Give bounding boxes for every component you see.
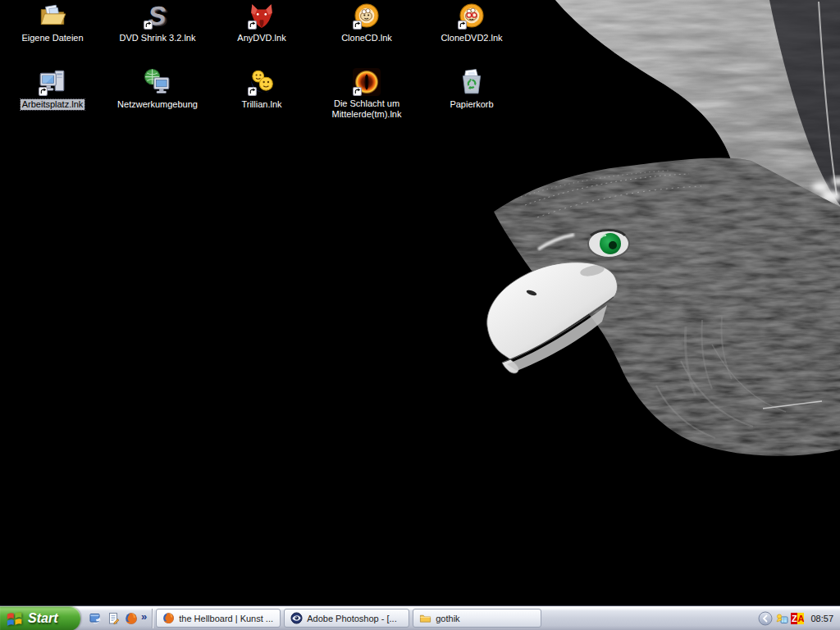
zonealarm-a-letter: A xyxy=(797,613,804,624)
desktop-icon-clonedvd2-lnk[interactable]: CloneDVD2.lnk xyxy=(421,0,523,44)
desktop-icon-papierkorb[interactable]: Papierkorb xyxy=(421,66,523,111)
recycle-bin-icon xyxy=(458,68,486,96)
tray-icons: ZA xyxy=(775,612,804,625)
zonealarm-z-letter: Z xyxy=(791,613,797,624)
desktop-icon-label: Arbeitsplatz.lnk xyxy=(21,99,85,110)
task-button-label: the Hellboard | Kunst ... xyxy=(179,614,273,623)
shortcut-arrow-icon xyxy=(144,21,153,30)
network-places-icon xyxy=(144,68,171,96)
quicklaunch-app-window-icon[interactable] xyxy=(87,609,103,628)
desktop-icon-label: Eigene Dateien xyxy=(20,33,84,43)
desktop-icon-grid: Eigene DateienSSSDVD Shrink 3.2.lnkAnyDV… xyxy=(0,0,840,605)
shortcut-arrow-icon xyxy=(458,21,467,30)
system-tray: ZA 08:57 xyxy=(758,611,840,626)
eye-of-sauron-icon xyxy=(353,68,381,96)
quick-launch-overflow-chevron[interactable]: » xyxy=(139,610,149,626)
task-button-gothik[interactable]: gothik xyxy=(413,609,541,628)
desktop-icon-label: CloneCD.lnk xyxy=(340,33,394,43)
quicklaunch-firefox-icon[interactable] xyxy=(123,609,139,628)
my-documents-icon xyxy=(39,2,66,30)
desktop-icon-label: Papierkorb xyxy=(448,99,495,110)
start-button[interactable]: Start xyxy=(0,606,80,630)
desktop-icon-clonecd-lnk[interactable]: CloneCD.lnk xyxy=(316,0,418,44)
clonedvd2-sheep-icon xyxy=(458,2,486,30)
shortcut-arrow-icon xyxy=(39,87,48,96)
firefox-icon xyxy=(162,612,175,624)
desktop-icon-label: Netzwerkumgebung xyxy=(116,99,199,110)
dvd-shrink-icon: SSS xyxy=(144,2,171,30)
desktop-icon-label: Die Schlacht um Mittelerde(tm).lnk xyxy=(317,98,417,120)
windows-flag-icon xyxy=(7,610,24,627)
shortcut-arrow-icon xyxy=(248,87,257,96)
desktop-icon-trillian-lnk[interactable]: Trillian.lnk xyxy=(211,66,313,111)
task-button-adobe-photoshop[interactable]: Adobe Photoshop - [... xyxy=(284,609,409,628)
desktop-icon-anydvd-lnk[interactable]: AnyDVD.lnk xyxy=(211,0,313,44)
task-button-label: Adobe Photoshop - [... xyxy=(307,614,396,623)
anydvd-fox-icon xyxy=(248,2,276,30)
start-button-label: Start xyxy=(28,611,62,626)
task-button-the-hellboard-kunst[interactable]: the Hellboard | Kunst ... xyxy=(156,609,281,628)
task-button-label: gothik xyxy=(436,614,459,623)
clonecd-sheep-icon xyxy=(353,2,381,30)
taskbar: Start » the Hellboard | Kunst ...Adobe P… xyxy=(0,605,840,630)
taskbar-clock[interactable]: 08:57 xyxy=(810,614,833,623)
task-button-area: the Hellboard | Kunst ...Adobe Photoshop… xyxy=(156,609,541,628)
desktop-icon-arbeitsplatz-lnk[interactable]: Arbeitsplatz.lnk xyxy=(2,66,103,111)
shortcut-arrow-icon xyxy=(353,87,362,96)
desktop-icon-label: AnyDVD.lnk xyxy=(235,33,287,43)
shortcut-arrow-icon xyxy=(248,21,257,30)
desktop-screen: Eigene DateienSSSDVD Shrink 3.2.lnkAnyDV… xyxy=(0,0,840,630)
desktop-icon-label: DVD Shrink 3.2.lnk xyxy=(118,33,198,43)
my-computer-icon xyxy=(39,68,66,96)
folder-icon xyxy=(419,612,431,624)
zonealarm-tray-icon[interactable]: ZA xyxy=(791,613,804,624)
desktop-icon-label: CloneDVD2.lnk xyxy=(439,33,504,43)
desktop-icon-label: Trillian.lnk xyxy=(240,99,283,110)
quicklaunch-document-pen-icon[interactable] xyxy=(105,609,121,628)
quick-launch-bar xyxy=(87,609,139,628)
desktop-icon-die-schlacht-um-mittelerde-tm-lnk[interactable]: Die Schlacht um Mittelerde(tm).lnk xyxy=(316,66,418,121)
photoshop-icon xyxy=(290,612,303,624)
messenger-tray-icon[interactable] xyxy=(775,612,788,625)
shortcut-arrow-icon xyxy=(353,21,362,30)
desktop-icon-netzwerkumgebung[interactable]: Netzwerkumgebung xyxy=(107,66,208,111)
desktop-icon-dvd-shrink-3-2-lnk[interactable]: SSSDVD Shrink 3.2.lnk xyxy=(107,0,208,44)
trillian-smileys-icon xyxy=(248,68,276,96)
desktop-icon-eigene-dateien[interactable]: Eigene Dateien xyxy=(2,0,103,44)
tray-collapse-chevron-button[interactable] xyxy=(758,611,773,626)
taskbar-divider xyxy=(152,609,153,628)
